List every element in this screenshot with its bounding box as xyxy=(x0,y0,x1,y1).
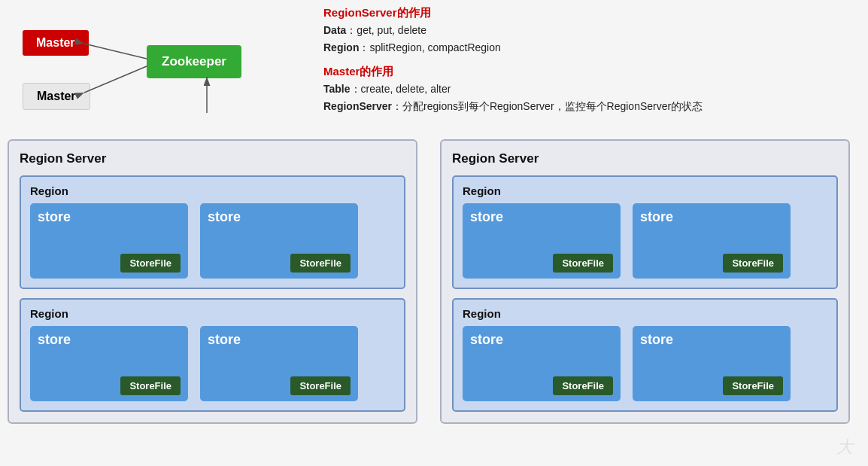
regionserver-line1: Data：get, put, delete xyxy=(323,23,850,38)
rs2-r1-s2-storefile: StoreFile xyxy=(723,254,783,273)
rs2-region1-stores: store StoreFile store StoreFile xyxy=(463,203,827,279)
rs2-r1-store1: store StoreFile xyxy=(463,203,621,279)
rs1-region1: Region store StoreFile store StoreFile xyxy=(20,175,405,289)
svg-line-2 xyxy=(84,44,147,59)
rs1-r2-s2-label: store xyxy=(208,332,351,348)
rs2-regions-grid: Region store StoreFile store StoreFile xyxy=(452,175,838,412)
rs2-region2-title: Region xyxy=(463,307,827,320)
rs2-r2-store1: store StoreFile xyxy=(463,326,621,401)
rs2-title: Region Server xyxy=(452,151,838,166)
watermark: 大 xyxy=(836,436,853,458)
master-bottom-box: Master xyxy=(23,83,90,110)
rs2-r1-store2: store StoreFile xyxy=(633,203,791,279)
master-section: Master的作用 Table：create, delete, alter Re… xyxy=(323,65,850,114)
region-servers-row: Region Server Region store StoreFile sto… xyxy=(8,139,857,424)
rs2-region2-stores: store StoreFile store StoreFile xyxy=(463,326,827,401)
rs2-r2-s2-storefile: StoreFile xyxy=(723,376,783,395)
diagram-container: Master Master Zookeeper xyxy=(0,0,868,466)
svg-line-3 xyxy=(84,66,147,93)
rs1-r1-s2-label: store xyxy=(208,209,351,225)
region-rest: ：splitRegion, compactRegion xyxy=(359,41,500,53)
region-server-1: Region Server Region store StoreFile sto… xyxy=(8,139,417,424)
zookeeper-box: Zookeeper xyxy=(147,45,241,78)
top-left-section: Master Master Zookeeper xyxy=(15,15,293,136)
rs2-region1-title: Region xyxy=(463,184,827,197)
rs2-r1-s1-storefile: StoreFile xyxy=(553,254,613,273)
rs1-r2-store2: store StoreFile xyxy=(200,326,358,401)
rs1-r1-store1: store StoreFile xyxy=(30,203,188,279)
rs1-region2-title: Region xyxy=(30,307,395,320)
master-top-box: Master xyxy=(23,30,89,56)
region-bold: Region xyxy=(323,41,359,53)
region-server-2: Region Server Region store StoreFile sto… xyxy=(440,139,850,424)
rs1-r2-s2-storefile: StoreFile xyxy=(290,376,351,395)
rs1-r2-s1-storefile: StoreFile xyxy=(120,376,181,395)
rs1-title: Region Server xyxy=(20,151,405,166)
rs1-r2-s1-label: store xyxy=(38,332,181,348)
rs2-r1-s1-label: store xyxy=(470,209,613,225)
rs1-r1-s1-label: store xyxy=(38,209,181,225)
rs2-r2-s1-label: store xyxy=(470,332,613,348)
rs2-region1: Region store StoreFile store StoreFile xyxy=(452,175,838,289)
regionserver-line2: Region：splitRegion, compactRegion xyxy=(323,40,850,56)
rs1-region2: Region store StoreFile store StoreFile xyxy=(20,298,405,412)
regionserver-bold: RegionServer xyxy=(323,100,392,112)
rs1-r1-s1-storefile: StoreFile xyxy=(120,254,181,273)
master-line2: RegionServer：分配regions到每个RegionServer，监控… xyxy=(323,99,850,114)
table-rest: ：create, delete, alter xyxy=(351,83,451,95)
rs1-r2-store1: store StoreFile xyxy=(30,326,188,401)
regionserver-title: RegionServer的作用 xyxy=(323,6,850,20)
master-line1: Table：create, delete, alter xyxy=(323,81,850,97)
data-bold: Data xyxy=(323,24,346,36)
rs2-r2-s2-label: store xyxy=(640,332,783,348)
rs1-region1-stores: store StoreFile store StoreFile xyxy=(30,203,395,279)
table-bold: Table xyxy=(323,83,351,95)
rs1-region1-title: Region xyxy=(30,184,395,197)
rs2-r2-store2: store StoreFile xyxy=(633,326,791,401)
master-title: Master的作用 xyxy=(323,65,850,79)
rs2-r1-s2-label: store xyxy=(640,209,783,225)
rs1-r1-s2-storefile: StoreFile xyxy=(290,254,351,273)
regionserver-rest: ：分配regions到每个RegionServer，监控每个RegionServ… xyxy=(392,100,703,112)
rs1-r1-store2: store StoreFile xyxy=(200,203,358,279)
data-rest: ：get, put, delete xyxy=(346,24,426,36)
rs1-regions-grid: Region store StoreFile store StoreFile xyxy=(20,175,405,412)
rs2-region2: Region store StoreFile store StoreFile xyxy=(452,298,838,412)
rs1-region2-stores: store StoreFile store StoreFile xyxy=(30,326,395,401)
info-panel: RegionServer的作用 Data：get, put, delete Re… xyxy=(323,6,850,116)
rs2-r2-s1-storefile: StoreFile xyxy=(553,376,613,395)
